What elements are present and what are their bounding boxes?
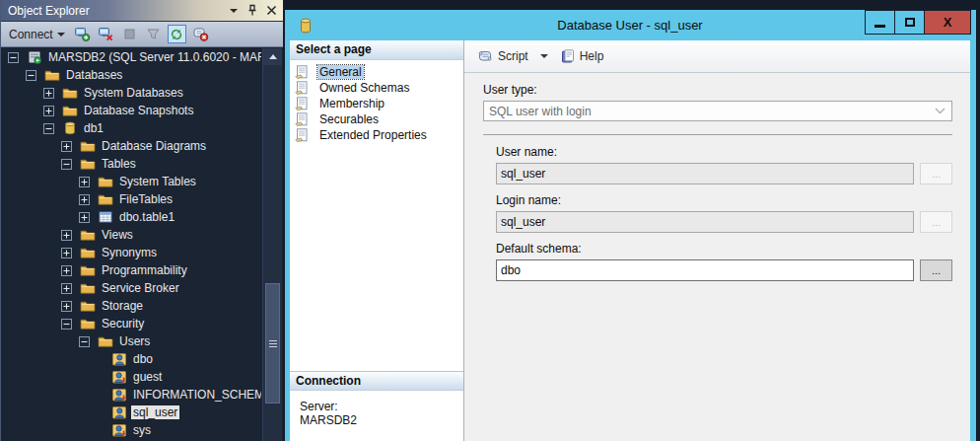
tree-item[interactable]: System Tables [2, 173, 261, 190]
filter-funnel-icon [146, 27, 161, 41]
server-label: Server: [300, 400, 463, 413]
default-schema-input[interactable] [496, 259, 914, 281]
expand-plus-icon[interactable] [79, 212, 94, 223]
select-a-page-pane: Select a page GeneralOwned SchemasMember… [290, 40, 464, 441]
tree-item[interactable]: guest [2, 368, 261, 386]
collapse-minus-icon[interactable] [61, 159, 76, 170]
scrollbar-grip-icon [269, 343, 277, 344]
collapse-minus-icon[interactable] [79, 336, 94, 347]
tree-item[interactable]: Synonyms [2, 244, 261, 261]
script-error-button[interactable] [191, 25, 210, 43]
tree-item[interactable]: Security [2, 315, 261, 332]
tree-item[interactable]: System Databases [2, 84, 261, 102]
page-icon [294, 96, 314, 111]
tree-item[interactable]: Database Snapshots [2, 102, 261, 119]
user-type-value: SQL user with login [489, 105, 592, 118]
scrollbar-grip-icon [269, 346, 277, 347]
stop-button[interactable] [120, 25, 139, 43]
page-item-securables[interactable]: Securables [290, 111, 463, 127]
database-user-dialog: Database User - sql_user X Select a page… [285, 10, 976, 441]
expand-plus-icon[interactable] [61, 265, 76, 276]
collapse-minus-icon[interactable] [26, 70, 40, 81]
page-item-owned-schemas[interactable]: Owned Schemas [290, 80, 463, 96]
default-schema-browse-button[interactable]: ... [920, 259, 952, 281]
user-type-combobox[interactable]: SQL user with login [483, 101, 952, 121]
tree-item[interactable]: Views [2, 226, 261, 244]
script-dropdown-chevron-icon[interactable] [540, 54, 548, 58]
folder-icon [98, 191, 113, 207]
page-item-extended-properties[interactable]: Extended Properties [290, 127, 463, 143]
select-a-page-header: Select a page [290, 40, 463, 60]
connect-object-explorer-button[interactable] [73, 25, 92, 43]
tree-item[interactable]: sys [2, 421, 261, 439]
object-explorer-tree: MARSDB2 (SQL Server 11.0.6020 - MARSDDat… [2, 48, 261, 441]
expand-plus-icon[interactable] [61, 301, 76, 312]
login-name-input[interactable] [496, 211, 914, 233]
tree-item[interactable]: db1 [2, 119, 261, 137]
expand-plus-icon[interactable] [61, 248, 76, 258]
disconnect-object-explorer-button[interactable] [97, 25, 115, 43]
script-button[interactable]: Script [473, 45, 532, 67]
tree-item[interactable]: Tables [2, 155, 261, 173]
chevron-down-icon [935, 108, 951, 114]
tree-item[interactable]: Service Broker [2, 279, 261, 297]
tree-item[interactable]: MARSDB2 (SQL Server 11.0.6020 - MARSD [2, 48, 261, 66]
expand-plus-icon[interactable] [43, 88, 58, 99]
tree-item-label: Tables [100, 157, 138, 171]
close-button[interactable]: X [924, 10, 971, 35]
tree-item-label: Views [100, 228, 135, 242]
collapse-minus-icon[interactable] [43, 123, 58, 134]
close-icon[interactable] [263, 3, 279, 18]
pin-icon[interactable] [245, 3, 260, 18]
folder-icon [62, 85, 78, 101]
page-item-label: Extended Properties [317, 128, 429, 142]
tree-item[interactable]: dbo.table1 [2, 208, 261, 226]
maximize-button[interactable] [894, 10, 925, 35]
user-name-browse-button: ... [920, 163, 952, 184]
collapse-minus-icon[interactable] [8, 52, 23, 63]
folder-icon [80, 227, 96, 243]
expand-plus-icon[interactable] [61, 230, 76, 241]
minimize-button[interactable] [865, 10, 895, 35]
tree-item[interactable]: sql_user [2, 404, 261, 421]
help-button[interactable]: Help [556, 45, 608, 67]
tree-item[interactable]: Users [2, 332, 261, 350]
default-schema-label: Default schema: [496, 242, 952, 256]
user-name-input[interactable] [496, 163, 914, 184]
expand-plus-icon[interactable] [79, 194, 94, 205]
tree-item[interactable]: Programmability [2, 261, 261, 279]
stop-square-icon [124, 29, 135, 39]
window-position-menu-icon[interactable] [226, 3, 242, 18]
filter-button[interactable] [144, 25, 163, 43]
scrollbar-up-arrow[interactable] [263, 48, 282, 65]
expand-plus-icon[interactable] [61, 141, 76, 152]
expand-plus-icon[interactable] [61, 283, 76, 294]
folder-icon [80, 262, 96, 278]
tree-item[interactable]: dbo [2, 350, 261, 368]
script-error-icon [192, 26, 209, 42]
expand-plus-icon[interactable] [79, 177, 94, 187]
folder-icon [44, 67, 60, 83]
page-item-label: General [317, 65, 364, 79]
page-item-general[interactable]: General [290, 64, 463, 80]
collapse-minus-icon[interactable] [61, 319, 76, 330]
connect-button[interactable]: Connect [6, 26, 68, 43]
tree-item[interactable]: FileTables [2, 190, 261, 208]
expand-plus-icon[interactable] [43, 106, 58, 116]
scrollbar-thumb[interactable] [265, 283, 280, 404]
page-item-membership[interactable]: Membership [290, 96, 463, 111]
dialog-titlebar[interactable]: Database User - sql_user X [290, 10, 970, 40]
tree-item[interactable]: INFORMATION_SCHEM [2, 386, 261, 404]
tree-item[interactable]: Databases [2, 66, 261, 84]
page-content-pane: Script Help User type: SQL user with log… [464, 40, 970, 441]
folder-icon [80, 316, 96, 331]
connection-section: Connection Server: MARSDB2 Connection: [290, 371, 463, 441]
tree-item-label: sql_user [131, 405, 179, 419]
refresh-button[interactable] [168, 25, 186, 43]
tree-vertical-scrollbar[interactable] [262, 48, 282, 441]
tree-item-label: INFORMATION_SCHEM [131, 388, 261, 402]
tree-item[interactable]: Database Diagrams [2, 137, 261, 155]
disconnect-server-icon [98, 26, 114, 42]
tree-item[interactable]: Storage [2, 297, 261, 315]
tree-item-label: MARSDB2 (SQL Server 11.0.6020 - MARSD [46, 50, 261, 64]
